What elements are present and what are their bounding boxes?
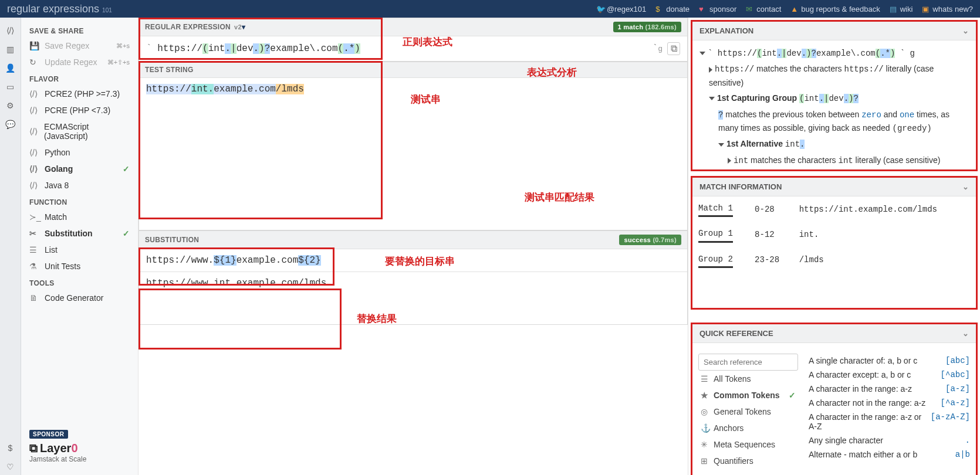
qr-cat-quant[interactable]: ⊞Quantifiers bbox=[698, 453, 798, 469]
function-heading: FUNCTION bbox=[21, 194, 138, 209]
code-icon: ⟨/⟩ bbox=[29, 89, 39, 99]
code-icon: ⟨/⟩ bbox=[29, 181, 39, 190]
rail-settings-icon[interactable]: ⚙ bbox=[2, 97, 19, 114]
flavor-java8[interactable]: ⟨/⟩Java 8 bbox=[21, 177, 138, 194]
rail-quiz-icon[interactable]: ▭ bbox=[2, 79, 19, 95]
qr-item[interactable]: A character in the range: a-z[a-z] bbox=[809, 382, 970, 396]
triangle-down-icon[interactable] bbox=[709, 97, 715, 100]
bugs-link[interactable]: ▲bug reports & feedback bbox=[790, 5, 880, 13]
quickref-search-input[interactable] bbox=[698, 354, 798, 371]
quickref-panel: QUICK REFERENCE ⌄ ☰All Tokens ★Common To… bbox=[691, 323, 978, 475]
matchinfo-heading: MATCH INFORMATION bbox=[699, 182, 782, 191]
code-icon: ⟨/⟩ bbox=[29, 127, 38, 136]
code-icon: ⟨/⟩ bbox=[29, 106, 39, 115]
save-regex-item[interactable]: 💾 Save Regex ⌘+s bbox=[21, 38, 138, 54]
update-icon: ↻ bbox=[29, 57, 39, 67]
flask-icon: ⚗ bbox=[29, 262, 39, 271]
asterisk-icon: ✳ bbox=[701, 440, 709, 449]
qr-cat-general[interactable]: ◎General Tokens bbox=[698, 403, 798, 420]
twitter-icon: 🐦 bbox=[596, 5, 604, 13]
rail-donate-icon[interactable]: $ bbox=[2, 440, 19, 456]
copy-button[interactable]: ⧉ bbox=[667, 42, 680, 55]
qr-item[interactable]: Any single character. bbox=[809, 433, 970, 447]
sponsor-badge: SPONSOR bbox=[29, 430, 68, 439]
update-regex-item[interactable]: ↻ Update Regex ⌘+⇧+s bbox=[21, 54, 138, 70]
rail-library-icon[interactable]: ▥ bbox=[2, 41, 19, 57]
chevron-down-icon[interactable]: ▾ bbox=[242, 23, 245, 31]
sponsor-tagline: Jamstack at Scale bbox=[29, 455, 130, 463]
qr-item[interactable]: A character in the range: a-z or A-Z[a-z… bbox=[809, 410, 970, 433]
save-icon: 💾 bbox=[29, 41, 39, 50]
qr-item[interactable]: Alternate - match either a or ba|b bbox=[809, 447, 970, 462]
layers-icon: ⧉ bbox=[29, 442, 38, 455]
tools-heading: TOOLS bbox=[21, 274, 138, 290]
triangle-right-icon[interactable] bbox=[709, 67, 712, 73]
sponsor-link[interactable]: ♥sponsor bbox=[699, 5, 736, 13]
triangle-right-icon[interactable] bbox=[728, 158, 731, 164]
wiki-link[interactable]: ▤wiki bbox=[890, 5, 913, 13]
circle-icon: ◎ bbox=[701, 407, 709, 416]
rail-chat-icon[interactable]: 💬 bbox=[2, 116, 19, 133]
match-row[interactable]: Group 18-12int. bbox=[692, 222, 976, 247]
qr-cat-all[interactable]: ☰All Tokens bbox=[698, 371, 798, 387]
flavor-pcre[interactable]: ⟨/⟩PCRE (PHP <7.3) bbox=[21, 102, 138, 118]
right-column: EXPLANATION ⌄ ` https://(int.|dev.)?exam… bbox=[688, 18, 980, 475]
file-icon: 🗎 bbox=[29, 293, 39, 303]
regex-input[interactable]: ` https://(int.|dev.)?example\.com(.*) `… bbox=[139, 36, 687, 61]
function-substitution[interactable]: ✂Substitution✓ bbox=[21, 225, 138, 242]
qr-cat-common[interactable]: ★Common Tokens✓ bbox=[698, 387, 798, 403]
sidebar: SAVE & SHARE 💾 Save Regex ⌘+s ↻ Update R… bbox=[21, 18, 138, 475]
success-badge: success (0.7ms) bbox=[619, 235, 681, 245]
match-row[interactable]: Match 10-28https://int.example.com/lmds bbox=[692, 196, 976, 222]
whatsnew-icon: ▣ bbox=[922, 5, 930, 13]
twitter-link[interactable]: 🐦@regex101 bbox=[596, 5, 646, 13]
triangle-down-icon[interactable] bbox=[699, 52, 705, 55]
qr-item[interactable]: A character not in the range: a-z[^a-z] bbox=[809, 396, 970, 410]
warning-icon: ▲ bbox=[790, 5, 799, 13]
donate-link[interactable]: $donate bbox=[655, 5, 690, 13]
explanation-panel: EXPLANATION ⌄ ` https://(int.|dev.)?exam… bbox=[691, 20, 978, 171]
rail-account-icon[interactable]: 👤 bbox=[2, 60, 19, 76]
chevron-down-icon[interactable]: ⌄ bbox=[962, 329, 969, 338]
function-match[interactable]: ≻_Match bbox=[21, 209, 138, 225]
wiki-icon: ▤ bbox=[890, 5, 898, 13]
contact-link[interactable]: ✉contact bbox=[746, 5, 781, 13]
regex-flags[interactable]: g bbox=[658, 45, 663, 53]
chevron-down-icon[interactable]: ⌄ bbox=[962, 182, 969, 191]
explanation-body: ` https://(int.|dev.)?example\.com(.*) `… bbox=[692, 40, 976, 169]
star-icon: ★ bbox=[701, 391, 709, 400]
hash-icon: ⊞ bbox=[701, 456, 709, 466]
matchinfo-panel: MATCH INFORMATION ⌄ Match 10-28https://i… bbox=[691, 176, 978, 310]
check-icon: ✓ bbox=[123, 229, 130, 238]
tool-codegen[interactable]: 🗎Code Generator bbox=[21, 290, 138, 306]
flavor-ecmascript[interactable]: ⟨/⟩ECMAScript (JavaScript) bbox=[21, 118, 138, 144]
logo[interactable]: regular expressions 101 bbox=[7, 3, 112, 15]
regex-text: https://(int.|dev.)?example\.com(.*) bbox=[157, 43, 652, 54]
match-count-badge: 1 match (182.6ms) bbox=[613, 22, 682, 32]
sponsor-logo: ⧉ Layer0 bbox=[29, 442, 130, 455]
substitution-input[interactable]: https://www.${1}example.com${2} bbox=[139, 249, 687, 272]
save-share-heading: SAVE & SHARE bbox=[21, 22, 138, 38]
anchor-icon: ⚓ bbox=[701, 423, 709, 433]
match-row[interactable]: Group 223-28/lmds bbox=[692, 247, 976, 273]
regex-heading: REGULAR EXPRESSION bbox=[145, 23, 231, 31]
rail-heart-icon[interactable]: ♡ bbox=[2, 459, 19, 475]
triangle-down-icon[interactable] bbox=[718, 143, 724, 147]
flavor-python[interactable]: ⟨/⟩Python bbox=[21, 144, 138, 161]
flavor-golang[interactable]: ⟨/⟩Golang✓ bbox=[21, 161, 138, 177]
left-rail: ⟨/⟩ ▥ 👤 ▭ ⚙ 💬 $ ♡ bbox=[0, 18, 21, 475]
rail-editor-icon[interactable]: ⟨/⟩ bbox=[2, 22, 19, 39]
function-list[interactable]: ☰List bbox=[21, 242, 138, 258]
sponsor-block[interactable]: SPONSOR ⧉ Layer0 Jamstack at Scale bbox=[21, 422, 138, 470]
qr-cat-meta[interactable]: ✳Meta Sequences bbox=[698, 436, 798, 453]
qr-item[interactable]: A single character of: a, b or c[abc] bbox=[809, 354, 970, 368]
whatsnew-link[interactable]: ▣whats new? bbox=[922, 5, 973, 13]
quickref-items: A single character of: a, b or c[abc] A … bbox=[809, 354, 970, 469]
flavor-pcre2[interactable]: ⟨/⟩PCRE2 (PHP >=7.3) bbox=[21, 86, 138, 102]
qr-item[interactable]: A character except: a, b or c[^abc] bbox=[809, 368, 970, 382]
qr-cat-anchors[interactable]: ⚓Anchors bbox=[698, 420, 798, 436]
explanation-heading: EXPLANATION bbox=[699, 26, 753, 35]
chevron-down-icon[interactable]: ⌄ bbox=[962, 26, 969, 35]
teststring-input[interactable]: https://int.example.com/lmds bbox=[139, 77, 687, 230]
function-unittests[interactable]: ⚗Unit Tests bbox=[21, 258, 138, 274]
